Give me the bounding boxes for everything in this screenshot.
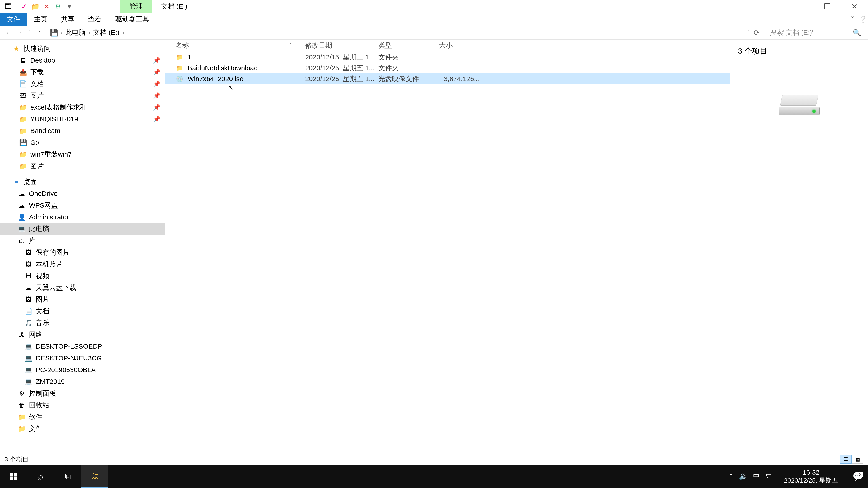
app-icon[interactable]: 🗔 xyxy=(3,1,13,11)
tree-item[interactable]: 🎵音乐 xyxy=(0,317,165,329)
file-rows[interactable]: 📁12020/12/15, 星期二 1...文件夹📁BaiduNetdiskDo… xyxy=(165,52,730,454)
tree-item[interactable]: 📁文件 xyxy=(0,423,165,434)
file-row[interactable]: 📁BaiduNetdiskDownload2020/12/25, 星期五 1..… xyxy=(165,63,730,73)
view-details-button[interactable]: ☰ xyxy=(840,455,852,464)
refresh-icon[interactable]: ⟳ xyxy=(752,29,761,37)
tree-item[interactable]: ★快速访问 xyxy=(0,43,165,55)
column-headers: 名称 ˄ 修改日期 类型 大小 xyxy=(165,39,730,52)
nav-forward-button[interactable]: → xyxy=(14,28,24,37)
column-type[interactable]: 类型 xyxy=(378,41,439,50)
tab-file[interactable]: 文件 xyxy=(0,13,27,26)
taskbar-explorer-icon[interactable]: 🗂 xyxy=(81,464,108,488)
tree-item-label: 桌面 xyxy=(24,177,37,187)
tab-view[interactable]: 查看 xyxy=(81,13,108,26)
tab-home[interactable]: 主页 xyxy=(27,13,54,26)
breadcrumb-current[interactable]: 文档 (E:) xyxy=(92,28,121,37)
tree-item[interactable]: ☁OneDrive xyxy=(0,188,165,199)
action-center-icon[interactable]: 💬 3 xyxy=(850,471,866,482)
tree-item[interactable]: 🎞视频 xyxy=(0,270,165,282)
qat-undo-icon[interactable]: ⚙ xyxy=(53,1,63,11)
tree-item[interactable]: 💾G:\ xyxy=(0,137,165,149)
file-row[interactable]: 💿Win7x64_2020.iso2020/12/25, 星期五 1...光盘映… xyxy=(165,73,730,84)
tree-item[interactable]: 📁软件 xyxy=(0,411,165,423)
tree-item[interactable]: 📁YUNQISHI2019📌 xyxy=(0,113,165,125)
tree-item[interactable]: 💻DESKTOP-NJEU3CG xyxy=(0,352,165,364)
tree-item[interactable]: 🖼保存的图片 xyxy=(0,247,165,258)
chevron-right-icon[interactable]: › xyxy=(60,29,62,36)
ime-indicator[interactable]: 中 xyxy=(753,472,760,481)
tree-item[interactable]: 📁excel表格制作求和📌 xyxy=(0,101,165,113)
taskbar-clock[interactable]: 16:32 2020/12/25, 星期五 xyxy=(784,468,838,485)
pin-icon: 📌 xyxy=(153,116,160,123)
tray-overflow-icon[interactable]: ˄ xyxy=(730,473,733,480)
tree-item[interactable]: 🗂库 xyxy=(0,235,165,247)
help-icon[interactable]: ❔ xyxy=(858,13,868,26)
start-button[interactable] xyxy=(0,464,27,488)
tree-item[interactable]: ⚙控制面板 xyxy=(0,387,165,399)
file-type: 文件夹 xyxy=(378,53,439,62)
column-size[interactable]: 大小 xyxy=(439,41,480,50)
tree-item[interactable]: 🖥桌面 xyxy=(0,176,165,188)
tree-item[interactable]: 📁Bandicam xyxy=(0,125,165,137)
restore-button[interactable]: ❐ xyxy=(814,0,841,13)
qat-properties-icon[interactable]: ✓ xyxy=(19,1,29,11)
search-box[interactable]: 搜索"文档 (E:)" 🔍 xyxy=(767,27,864,38)
contextual-tab-manage[interactable]: 管理 xyxy=(120,0,152,13)
chevron-right-icon[interactable]: › xyxy=(88,29,90,36)
tree-item[interactable]: 💻ZMT2019 xyxy=(0,376,165,387)
column-name[interactable]: 名称 ˄ xyxy=(176,41,305,50)
address-dropdown-icon[interactable]: ˅ xyxy=(747,29,750,37)
tree-item[interactable]: 🖼图片📌 xyxy=(0,90,165,101)
tree-item[interactable]: 🖼图片 xyxy=(0,293,165,305)
file-row[interactable]: 📁12020/12/15, 星期二 1...文件夹 xyxy=(165,52,730,63)
tree-item[interactable]: ☁WPS网盘 xyxy=(0,199,165,211)
qat-delete-icon[interactable]: ✕ xyxy=(41,1,52,11)
tree-item[interactable]: 🖧网络 xyxy=(0,329,165,340)
tree-item[interactable]: 📁win7重装win7 xyxy=(0,149,165,160)
nav-back-button[interactable]: ← xyxy=(4,28,13,37)
column-date[interactable]: 修改日期 xyxy=(305,41,378,50)
nav-up-button[interactable]: ↑ xyxy=(35,28,44,37)
qat-customize-icon[interactable]: ▾ xyxy=(64,1,74,11)
drive-icon: 💾 xyxy=(50,29,58,37)
search-icon: 🔍 xyxy=(852,29,861,37)
tree-item[interactable]: 🖼本机照片 xyxy=(0,258,165,270)
address-bar[interactable]: 💾 › 此电脑 › 文档 (E:) › ˅ ⟳ xyxy=(48,27,763,38)
nav-history-dropdown[interactable]: ˅ xyxy=(25,28,34,37)
task-view-icon[interactable]: ⧉ xyxy=(54,464,81,488)
tree-item-icon: ⚙ xyxy=(18,389,26,397)
tree-item[interactable]: 🗑回收站 xyxy=(0,399,165,411)
tree-item[interactable]: 📁图片 xyxy=(0,160,165,172)
tree-item[interactable]: 📥下载📌 xyxy=(0,66,165,78)
security-icon[interactable]: 🛡 xyxy=(766,473,772,480)
tree-item[interactable]: 📄文档 xyxy=(0,305,165,317)
qat-newfolder-icon[interactable]: 📁 xyxy=(30,1,40,11)
view-icons-button[interactable]: ▦ xyxy=(852,455,864,464)
tree-item[interactable]: 👤Administrator xyxy=(0,211,165,223)
tab-share[interactable]: 共享 xyxy=(54,13,81,26)
volume-icon[interactable]: 🔊 xyxy=(739,473,747,480)
tree-item[interactable]: ☁天翼云盘下载 xyxy=(0,282,165,293)
tree-item[interactable]: 📄文档📌 xyxy=(0,78,165,90)
tree-item[interactable]: 💻此电脑 xyxy=(0,223,165,235)
tab-drive-tools[interactable]: 驱动器工具 xyxy=(108,13,156,26)
taskbar-search-icon[interactable]: ⌕ xyxy=(27,464,54,488)
tree-item-icon: 📄 xyxy=(19,80,27,88)
minimize-button[interactable]: — xyxy=(786,0,814,13)
file-type: 文件夹 xyxy=(378,64,439,73)
tree-item-icon: 🖼 xyxy=(19,92,27,100)
svg-rect-2 xyxy=(10,477,13,480)
file-icon: 📁 xyxy=(176,64,184,72)
file-icon: 📁 xyxy=(176,53,184,61)
tree-item[interactable]: 💻PC-20190530OBLA xyxy=(0,364,165,376)
navigation-tree[interactable]: ★快速访问🖥Desktop📌📥下载📌📄文档📌🖼图片📌📁excel表格制作求和📌📁… xyxy=(0,39,165,454)
file-size: 3,874,126... xyxy=(439,75,480,83)
file-date: 2020/12/25, 星期五 1... xyxy=(305,64,378,73)
tree-item-label: 此电脑 xyxy=(29,224,49,234)
ribbon-collapse-icon[interactable]: ˅ xyxy=(847,13,858,26)
close-button[interactable]: ✕ xyxy=(841,0,868,13)
tree-item[interactable]: 💻DESKTOP-LSSOEDP xyxy=(0,340,165,352)
chevron-right-icon[interactable]: › xyxy=(122,29,125,36)
tree-item[interactable]: 🖥Desktop📌 xyxy=(0,55,165,66)
breadcrumb-this-pc[interactable]: 此电脑 xyxy=(64,28,86,37)
